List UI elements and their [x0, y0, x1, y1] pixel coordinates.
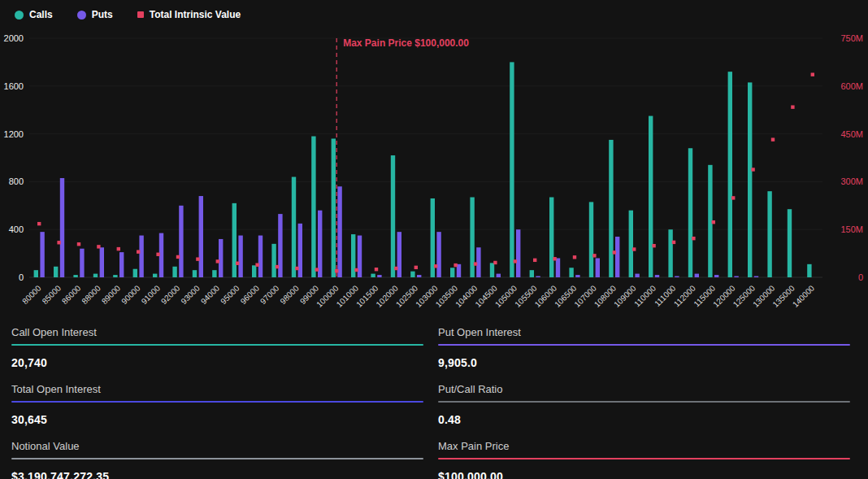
- put-bar[interactable]: [754, 277, 758, 277]
- intrinsic-value-marker[interactable]: [236, 262, 239, 265]
- intrinsic-value-marker[interactable]: [493, 261, 497, 264]
- put-bar[interactable]: [199, 196, 203, 277]
- intrinsic-value-marker[interactable]: [196, 257, 199, 260]
- put-bar[interactable]: [80, 249, 84, 277]
- put-bar[interactable]: [219, 239, 223, 277]
- intrinsic-value-marker[interactable]: [37, 222, 41, 225]
- call-bar[interactable]: [767, 191, 771, 277]
- put-bar[interactable]: [675, 277, 679, 277]
- call-bar[interactable]: [311, 137, 315, 277]
- intrinsic-value-marker[interactable]: [97, 245, 100, 248]
- call-bar[interactable]: [193, 270, 197, 277]
- put-bar[interactable]: [377, 275, 381, 277]
- intrinsic-value-marker[interactable]: [553, 257, 556, 260]
- legend-item-total-intrinsic-value[interactable]: Total Intrinsic Value: [137, 9, 241, 20]
- intrinsic-value-marker[interactable]: [573, 255, 576, 259]
- call-bar[interactable]: [510, 62, 514, 277]
- call-bar[interactable]: [490, 263, 494, 277]
- call-bar[interactable]: [133, 269, 137, 277]
- legend-item-puts[interactable]: Puts: [77, 9, 113, 20]
- put-bar[interactable]: [139, 236, 143, 277]
- put-bar[interactable]: [734, 277, 738, 277]
- put-bar[interactable]: [238, 236, 242, 277]
- intrinsic-value-marker[interactable]: [731, 196, 735, 199]
- intrinsic-value-marker[interactable]: [255, 263, 258, 267]
- call-bar[interactable]: [629, 211, 633, 277]
- intrinsic-value-marker[interactable]: [354, 268, 358, 272]
- call-bar[interactable]: [391, 155, 395, 277]
- call-bar[interactable]: [450, 268, 454, 277]
- put-bar[interactable]: [417, 275, 421, 277]
- intrinsic-value-marker[interactable]: [156, 253, 159, 256]
- put-bar[interactable]: [258, 236, 263, 277]
- call-bar[interactable]: [668, 229, 672, 277]
- put-bar[interactable]: [695, 274, 699, 277]
- call-bar[interactable]: [252, 265, 256, 277]
- call-bar[interactable]: [788, 209, 792, 277]
- intrinsic-value-marker[interactable]: [672, 241, 675, 244]
- call-bar[interactable]: [688, 148, 692, 277]
- intrinsic-value-marker[interactable]: [335, 269, 338, 272]
- intrinsic-value-marker[interactable]: [791, 105, 794, 108]
- intrinsic-value-marker[interactable]: [117, 247, 120, 250]
- put-bar[interactable]: [556, 258, 560, 277]
- intrinsic-value-marker[interactable]: [137, 250, 140, 253]
- put-bar[interactable]: [575, 275, 579, 277]
- call-bar[interactable]: [113, 275, 117, 277]
- call-bar[interactable]: [172, 267, 176, 277]
- intrinsic-value-marker[interactable]: [474, 262, 477, 265]
- call-bar[interactable]: [371, 274, 375, 277]
- put-bar[interactable]: [516, 229, 520, 277]
- intrinsic-value-marker[interactable]: [394, 267, 397, 270]
- call-bar[interactable]: [728, 72, 732, 277]
- put-bar[interactable]: [655, 275, 659, 277]
- intrinsic-value-marker[interactable]: [414, 266, 418, 269]
- intrinsic-value-marker[interactable]: [632, 247, 636, 250]
- put-bar[interactable]: [596, 258, 600, 277]
- legend-item-calls[interactable]: Calls: [15, 9, 53, 20]
- call-bar[interactable]: [232, 203, 237, 277]
- put-bar[interactable]: [536, 277, 540, 277]
- put-bar[interactable]: [397, 232, 401, 277]
- intrinsic-value-marker[interactable]: [375, 268, 378, 271]
- put-bar[interactable]: [318, 211, 322, 277]
- intrinsic-value-marker[interactable]: [454, 263, 457, 267]
- call-bar[interactable]: [212, 270, 216, 277]
- call-bar[interactable]: [807, 264, 811, 277]
- intrinsic-value-marker[interactable]: [315, 268, 319, 271]
- intrinsic-value-marker[interactable]: [692, 237, 695, 240]
- call-bar[interactable]: [292, 177, 296, 277]
- call-bar[interactable]: [93, 274, 98, 277]
- intrinsic-value-marker[interactable]: [592, 254, 596, 257]
- put-bar[interactable]: [60, 178, 64, 277]
- intrinsic-value-marker[interactable]: [295, 267, 298, 270]
- call-bar[interactable]: [748, 82, 752, 277]
- intrinsic-value-marker[interactable]: [176, 255, 180, 259]
- put-bar[interactable]: [714, 275, 718, 277]
- intrinsic-value-marker[interactable]: [771, 137, 775, 141]
- put-bar[interactable]: [40, 232, 44, 277]
- call-bar[interactable]: [530, 270, 534, 277]
- put-bar[interactable]: [635, 274, 639, 277]
- call-bar[interactable]: [609, 140, 613, 277]
- intrinsic-value-marker[interactable]: [434, 264, 437, 268]
- put-bar[interactable]: [337, 186, 341, 277]
- put-bar[interactable]: [119, 252, 124, 277]
- call-bar[interactable]: [153, 274, 157, 277]
- call-bar[interactable]: [73, 275, 77, 277]
- call-bar[interactable]: [649, 116, 653, 277]
- call-bar[interactable]: [549, 198, 553, 277]
- call-bar[interactable]: [271, 244, 276, 277]
- put-bar[interactable]: [615, 237, 619, 277]
- put-bar[interactable]: [100, 247, 104, 277]
- call-bar[interactable]: [410, 272, 414, 277]
- intrinsic-value-marker[interactable]: [533, 259, 536, 262]
- intrinsic-value-marker[interactable]: [57, 241, 60, 244]
- intrinsic-value-marker[interactable]: [613, 250, 616, 254]
- intrinsic-value-marker[interactable]: [514, 259, 517, 263]
- intrinsic-value-marker[interactable]: [77, 242, 80, 246]
- put-bar[interactable]: [436, 232, 441, 277]
- put-bar[interactable]: [497, 274, 501, 277]
- intrinsic-value-marker[interactable]: [712, 220, 715, 224]
- put-bar[interactable]: [179, 206, 183, 277]
